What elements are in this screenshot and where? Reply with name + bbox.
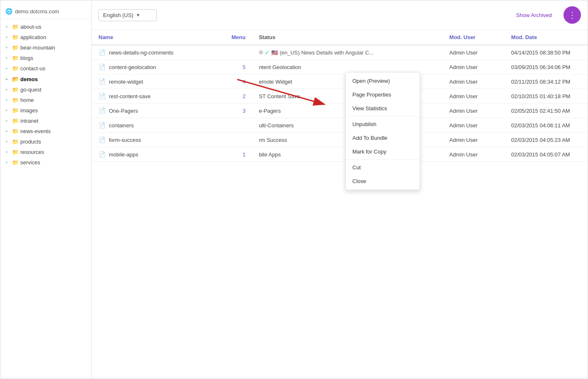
sidebar-item-go-quest[interactable]: +📁go-quest [0,84,91,95]
folder-icon: 📁 [12,128,19,134]
name-cell: 📄content-geolocation [92,60,223,74]
mod-date-cell: 02/05/2015 02:41:50 AM [504,104,588,118]
table-row[interactable]: 📄mobile-apps1bile AppsAdmin User02/03/20… [92,147,588,162]
sidebar-item-about-us[interactable]: +📁about-us [0,22,91,32]
col-name[interactable]: Name [92,30,223,45]
col-mod-user[interactable]: Mod. User [443,30,504,45]
row-name: containers [109,122,134,129]
globe-icon: 🌐 [5,8,12,15]
sidebar-item-contact-us[interactable]: +📁contact-us [0,63,91,74]
menu-cell: 5 [223,60,252,74]
col-mod-date[interactable]: Mod. Date [504,30,588,45]
expand-icon: + [5,98,10,102]
page-icon: 📄 [98,78,106,85]
name-cell: 📄containers [92,118,223,132]
row-name: remote-widget [109,79,143,85]
context-menu-item-unpublish[interactable]: Unpublish [346,117,420,131]
context-menu: Open (Preview)Page PropertiesView Statis… [345,72,420,190]
folder-icon: 📁 [12,34,19,40]
sidebar-item-news-events[interactable]: +📁news-events [0,126,91,136]
folder-icon: 📁 [12,45,19,51]
expand-icon: + [5,160,10,165]
context-menu-item-page-properties[interactable]: Page Properties [346,88,420,102]
table-row[interactable]: 📄remote-widget4emote WidgetAdmin User02/… [92,74,588,89]
sidebar-item-intranet[interactable]: +📁intranet [0,116,91,126]
mod-user-cell: Admin User [443,89,504,104]
sidebar-item-label: bear-mountain [20,45,55,51]
page-icon: 📄 [98,64,106,70]
expand-icon: + [5,77,10,82]
folder-icon: 📁 [12,24,19,30]
col-status: Status [252,30,443,45]
name-cell: 📄news-details-ng-comments [92,45,223,59]
sidebar-item-bear-mountain[interactable]: +📁bear-mountain [0,42,91,53]
sidebar-item-products[interactable]: +📁products [0,136,91,147]
name-cell: 📄form-success [92,133,223,147]
language-dropdown[interactable]: English (US) ▼ [98,9,157,21]
expand-icon: + [5,25,10,29]
sidebar-item-label: products [20,139,41,145]
sidebar-items: +📁about-us+📁application+📁bear-mountain+📁… [0,22,91,168]
context-menu-item-open-preview[interactable]: Open (Preview) [346,74,420,88]
sidebar-item-home[interactable]: +📁home [0,95,91,105]
sidebar: 🌐 demo.dotcms.com +📁about-us+📁applicatio… [0,0,92,379]
name-cell: 📄mobile-apps [92,147,223,161]
context-menu-divider [346,116,420,116]
col-menu[interactable]: Menu [223,30,252,45]
table-row[interactable]: 📄form-successrm SuccessAdmin User02/03/2… [92,133,588,147]
sidebar-item-label: blogs [20,55,33,61]
dropdown-arrow-icon: ▼ [136,12,140,17]
table-row[interactable]: 📄news-details-ng-comments✓🇺🇸(en_US) News… [92,45,588,60]
language-label: English (US) [103,12,133,18]
folder-icon: 📁 [12,159,19,166]
fab-menu-button[interactable]: ⋮ [563,6,581,24]
page-icon: 📄 [98,49,106,56]
mod-user-cell: Admin User [443,104,504,118]
table-row[interactable]: 📄content-geolocation5ntent GeolocationAd… [92,60,588,74]
sidebar-item-label: contact-us [20,65,45,72]
flag-icon: 🇺🇸 [271,50,278,56]
menu-cell: 1 [223,147,252,162]
folder-open-icon: 📂 [12,76,19,82]
row-name: form-success [109,137,141,143]
sidebar-item-label: intranet [20,118,38,124]
expand-icon: + [5,66,10,71]
page-icon: 📄 [98,122,106,129]
mod-date-cell: 04/14/2015 08:38:50 PM [504,45,588,60]
name-cell: 📄rest-content-save [92,89,223,103]
sidebar-item-blogs[interactable]: +📁blogs [0,53,91,63]
menu-cell: 3 [223,104,252,118]
mod-date-cell: 02/03/2015 04:05:07 AM [504,147,588,162]
row-name: content-geolocation [109,64,156,70]
table-row[interactable]: 📄One-Pagers3e-PagersAdmin User02/05/2015… [92,104,588,118]
pages-table: Name Menu Status Mod. User Mod. Date 📄ne… [92,30,588,162]
context-menu-divider [346,159,420,160]
sidebar-item-resources[interactable]: +📁resources [0,147,91,157]
row-name: mobile-apps [109,151,138,158]
context-menu-item-cut[interactable]: Cut [346,161,420,174]
locale-label: (en_US) News Details with Angular C... [280,50,374,56]
toolbar: English (US) ▼ Show Archived ⋮ [92,0,588,30]
table-row[interactable]: 📄containersulti-ContainersAdmin User02/0… [92,118,588,133]
show-archived-button[interactable]: Show Archived [516,12,552,18]
row-name: rest-content-save [109,93,150,99]
context-menu-item-add-to-bundle[interactable]: Add To Bundle [346,131,420,145]
sidebar-item-images[interactable]: +📁images [0,105,91,116]
sidebar-item-label: services [20,159,40,166]
context-menu-item-mark-for-copy[interactable]: Mark for Copy [346,145,420,159]
row-name: One-Pagers [109,108,138,114]
table-row[interactable]: 📄rest-content-save2ST Content SaveAdmin … [92,89,588,104]
folder-icon: 📁 [12,118,19,124]
menu-cell [223,118,252,133]
expand-icon: + [5,108,10,113]
menu-cell: 4 [223,74,252,89]
context-menu-item-view-statistics[interactable]: View Statistics [346,102,420,115]
context-menu-item-close[interactable]: Close [346,174,420,188]
expand-icon: + [5,150,10,154]
mod-user-cell: Admin User [443,133,504,147]
menu-cell [223,133,252,147]
sidebar-item-application[interactable]: +📁application [0,32,91,42]
sidebar-item-demos[interactable]: +📂demos [0,74,91,84]
sidebar-item-services[interactable]: +📁services [0,157,91,168]
sidebar-item-label: application [20,34,46,40]
